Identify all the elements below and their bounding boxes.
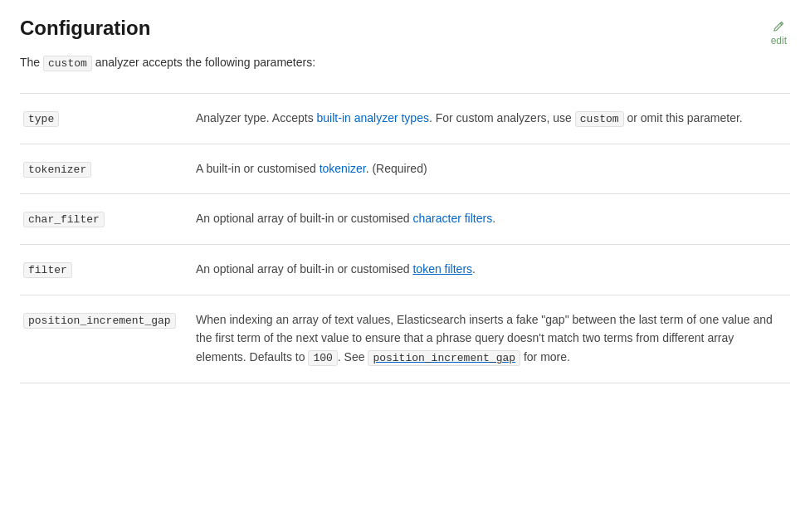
param-desc-filter: An optional array of built-in or customi… [186, 245, 790, 295]
edit-link[interactable]: edit [771, 20, 787, 46]
tokenizer-link[interactable]: tokenizer [320, 162, 366, 175]
edit-icon [772, 20, 785, 33]
intro-prefix: The [20, 56, 40, 69]
position-increment-gap-link[interactable]: position_increment_gap [368, 350, 520, 364]
param-name-position-increment-gap: position_increment_gap [20, 295, 186, 383]
intro-suffix: analyzer accepts the following parameter… [95, 56, 315, 69]
param-name-tokenizer: tokenizer [20, 144, 186, 194]
intro-paragraph: The custom analyzer accepts the followin… [20, 53, 790, 73]
table-row: char_filter An optional array of built-i… [20, 194, 790, 245]
table-row: tokenizer A built-in or customised token… [20, 144, 790, 194]
param-name-char-filter: char_filter [20, 194, 186, 245]
param-name-type: type [20, 93, 186, 144]
table-row: type Analyzer type. Accepts built-in ana… [20, 93, 790, 144]
page-title: Configuration [20, 17, 790, 40]
character-filters-link[interactable]: character filters [412, 212, 492, 225]
param-desc-tokenizer: A built-in or customised tokenizer. (Req… [186, 144, 790, 194]
page-header: Configuration edit [20, 17, 790, 40]
param-desc-position-increment-gap: When indexing an array of text values, E… [186, 295, 790, 383]
token-filters-link[interactable]: token filters [412, 262, 472, 276]
param-name-filter: filter [20, 245, 186, 295]
built-in-analyzer-types-link[interactable]: built-in analyzer types [317, 111, 429, 124]
params-table: type Analyzer type. Accepts built-in ana… [20, 93, 790, 383]
param-desc-type: Analyzer type. Accepts built-in analyzer… [186, 93, 790, 144]
edit-label: edit [771, 35, 787, 46]
table-row: position_increment_gap When indexing an … [20, 295, 790, 383]
param-desc-char-filter: An optional array of built-in or customi… [186, 194, 790, 245]
intro-code: custom [43, 56, 92, 71]
table-row: filter An optional array of built-in or … [20, 245, 790, 295]
